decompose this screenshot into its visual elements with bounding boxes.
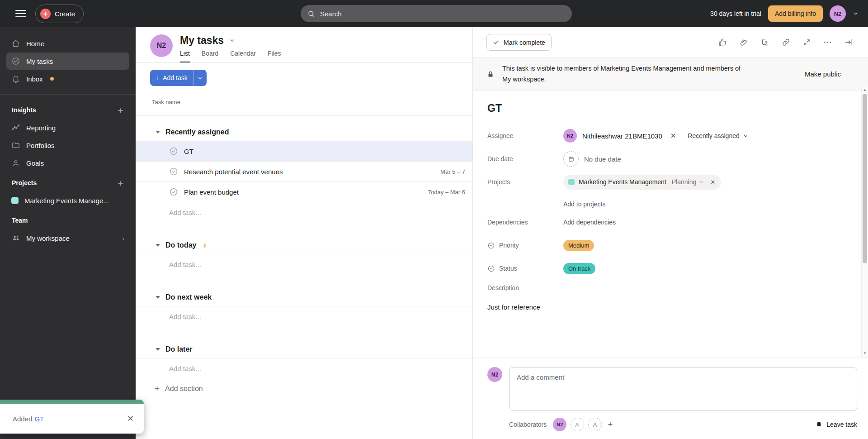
leave-task-button[interactable]: Leave task [815,421,857,429]
project-section-dropdown[interactable]: Planning [672,178,704,186]
tab-calendar[interactable]: Calendar [230,50,256,62]
page-header: N2 My tasks List Board Calendar Files [136,27,472,63]
project-chip[interactable]: Marketing Events Management Planning ✕ [563,175,721,190]
more-options-icon[interactable] [823,38,832,47]
user-avatar[interactable]: N2 [830,5,846,22]
search-bar[interactable] [301,5,572,22]
sidebar-item-portfolios[interactable]: Portfolios [6,137,129,154]
create-button[interactable]: + Create [35,5,84,23]
remove-assignee-icon[interactable]: ✕ [670,132,676,140]
add-section-button[interactable]: + Add section [136,384,472,393]
due-date-value[interactable]: No due date [584,155,621,163]
lock-icon [486,70,495,78]
sidebar-item-label: Goals [26,159,44,167]
add-collaborator-icon[interactable]: + [608,420,613,429]
sidebar-item-reporting[interactable]: Reporting [6,119,129,136]
collaborator-avatar[interactable]: N2 [553,418,566,431]
scroll-down-icon[interactable]: ▼ [862,350,868,356]
collapse-caret-icon[interactable] [156,244,160,247]
collapse-caret-icon[interactable] [156,296,160,299]
add-dependencies-button[interactable]: Add dependencies [563,219,616,226]
tab-board[interactable]: Board [202,50,218,62]
projects-field: Projects Marketing Events Management Pla… [487,172,846,191]
sidebar-item-my-tasks[interactable]: My tasks [6,52,129,70]
description-text[interactable]: Just for reference [487,303,846,311]
assignee-name[interactable]: Nithileashwar 21BME1030 [582,132,662,140]
comment-input[interactable] [509,367,857,411]
sidebar-item-inbox[interactable]: Inbox [6,70,129,87]
add-task-button[interactable]: + Add task [150,70,207,86]
task-name: GT [184,148,193,155]
sidebar-section-projects: Projects + [0,174,136,191]
project-name[interactable]: Marketing Events Management [579,178,666,186]
chevron-down-icon[interactable] [853,10,859,17]
add-task-row[interactable]: Add task... [136,358,472,379]
sidebar-item-label: Reporting [26,124,56,132]
mark-complete-button[interactable]: Mark complete [486,34,552,51]
sidebar-item-label: My tasks [26,57,53,65]
calendar-icon[interactable] [563,151,579,167]
trial-countdown: 30 days left in trial [710,10,761,17]
panel-scrollbar[interactable]: ▲ ▼ [861,86,868,357]
subtask-icon[interactable] [760,38,769,47]
add-task-dropdown-icon[interactable] [194,70,207,86]
add-billing-button[interactable]: Add billing info [768,5,823,22]
add-task-row[interactable]: Add task... [136,202,472,223]
menu-icon[interactable] [15,10,26,17]
task-row[interactable]: Research potential event venues Mar 5 – … [136,162,472,182]
plus-icon: + [156,74,160,81]
search-input[interactable] [319,10,565,18]
empty-collaborator-icon[interactable] [588,418,602,431]
section-title: Do next week [165,293,212,301]
add-project-icon[interactable]: + [118,179,123,187]
page-avatar: N2 [150,34,173,57]
tab-list[interactable]: List [180,50,190,62]
chevron-right-icon[interactable]: › [122,234,124,242]
task-row[interactable]: GT [136,141,472,162]
assignee-label: Assignee [487,132,563,139]
priority-badge[interactable]: Medium [563,240,594,251]
remove-project-icon[interactable]: ✕ [710,179,715,186]
like-icon[interactable] [718,38,727,47]
fullscreen-icon[interactable] [802,38,811,47]
collapse-caret-icon[interactable] [156,348,160,351]
sidebar-item-goals[interactable]: Goals [6,154,129,172]
toast-task-link[interactable]: GT [34,415,44,423]
sidebar-item-my-workspace[interactable]: My workspace › [6,229,129,247]
scrollbar-thumb[interactable] [863,94,867,263]
task-row[interactable]: Plan event budget Today – Mar 6 [136,182,472,202]
add-task-row[interactable]: Add task... [136,306,472,327]
create-button-label: Create [55,10,75,18]
due-date-label: Due date [487,155,563,162]
make-public-button[interactable]: Make public [805,70,841,78]
close-icon[interactable]: ✕ [127,414,134,424]
tab-files[interactable]: Files [268,50,281,62]
assignee-section-dropdown[interactable]: Recently assigned [688,132,748,139]
task-check-icon[interactable] [169,147,178,156]
section-recently-assigned: Recently assigned GT Research potential … [136,123,472,223]
task-detail-panel: Mark complete This task is visible to me… [472,27,868,439]
add-task-row[interactable]: Add task... [136,254,472,275]
link-icon[interactable] [781,38,791,47]
sidebar-item-project-marketing-events[interactable]: Marketing Events Manage... [6,192,129,209]
add-insights-icon[interactable]: + [118,106,123,115]
dependencies-label: Dependencies [487,219,563,226]
comment-area: N2 Collaborators N2 + Leave task [473,358,868,439]
task-check-icon[interactable] [169,167,178,176]
chevron-down-icon[interactable] [229,37,236,44]
status-badge[interactable]: On track [563,263,595,274]
close-panel-icon[interactable] [844,38,854,47]
empty-collaborator-icon[interactable] [571,418,584,431]
task-title[interactable]: GT [487,102,846,115]
scroll-up-icon[interactable]: ▲ [862,86,868,93]
collapse-caret-icon[interactable] [156,131,160,134]
task-check-icon[interactable] [169,187,178,196]
status-label: Status [499,265,517,272]
sidebar-item-home[interactable]: Home [6,35,129,52]
add-to-projects-button[interactable]: Add to projects [563,196,846,213]
status-field: Status On track [487,259,846,278]
section-title: Do later [165,345,193,353]
sidebar-item-label: My workspace [26,234,70,242]
attachment-icon[interactable] [739,38,748,47]
assignee-avatar[interactable]: N2 [563,129,577,143]
